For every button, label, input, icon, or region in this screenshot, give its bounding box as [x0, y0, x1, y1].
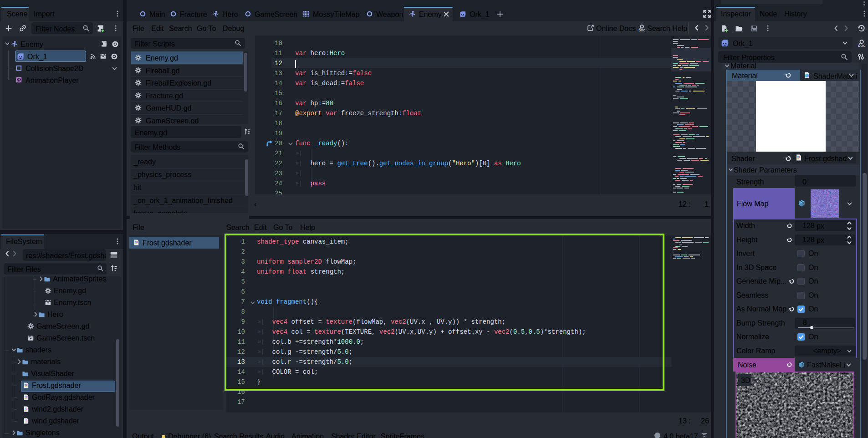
svg-text:DOC: DOC [858, 44, 865, 47]
svg-text:DOC: DOC [638, 29, 645, 32]
